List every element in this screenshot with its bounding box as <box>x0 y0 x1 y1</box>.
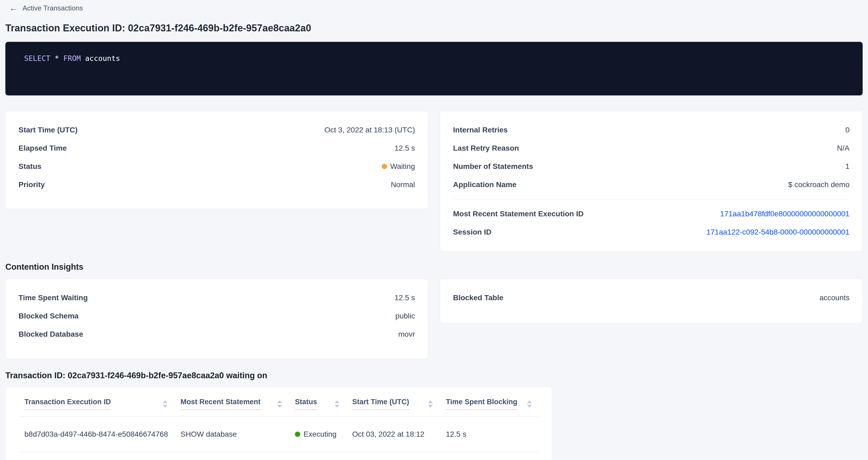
waiting-on-title: Transaction ID: 02ca7931-f246-469b-b2fe-… <box>5 371 863 380</box>
summary-row-session-id: Session ID 171aa122-c092-54b8-0000-00000… <box>453 223 849 241</box>
cell-time-spent-blocking: 12.5 s <box>440 417 539 452</box>
summary-row-last-retry-reason: Last Retry Reason N/A <box>453 139 849 157</box>
column-header-most-recent-statement[interactable]: Most Recent Statement <box>175 398 289 417</box>
overview-cards-row: Start Time (UTC) Oct 3, 2022 at 18:13 (U… <box>5 111 863 251</box>
sort-icon[interactable] <box>277 400 282 408</box>
summary-card-transaction-overview: Start Time (UTC) Oct 3, 2022 at 18:13 (U… <box>5 111 428 209</box>
row-label: Priority <box>19 180 45 189</box>
row-label: Internal Retries <box>453 126 508 134</box>
sql-keyword: SELECT <box>24 54 51 62</box>
summary-card-contention-left: Time Spent Waiting 12.5 s Blocked Schema… <box>5 279 428 359</box>
summary-row-time-spent-waiting: Time Spent Waiting 12.5 s <box>19 289 415 307</box>
column-header-time-spent-blocking[interactable]: Time Spent Blocking <box>440 398 539 417</box>
cell-status: Executing <box>289 417 346 452</box>
row-value: N/A <box>837 144 849 153</box>
column-header-label: Status <box>295 398 317 410</box>
row-label: Start Time (UTC) <box>19 126 78 134</box>
summary-row-blocked-table: Blocked Table accounts <box>453 289 849 307</box>
contention-insights-title: Contention Insights <box>5 262 863 272</box>
row-label: Blocked Schema <box>19 312 79 320</box>
column-header-start-time[interactable]: Start Time (UTC) <box>346 398 440 417</box>
cell-most-recent-statement: SHOW database <box>175 417 289 452</box>
row-value: 0 <box>845 126 849 134</box>
summary-row-number-of-statements: Number of Statements 1 <box>453 157 849 176</box>
row-label: Number of Statements <box>453 162 533 171</box>
statement-execution-id-link[interactable]: 171aa1b478fdf0e80000000000000001 <box>720 210 849 218</box>
column-header-status[interactable]: Status <box>289 398 346 417</box>
summary-row-blocked-database: Blocked Database movr <box>19 325 415 343</box>
status-badge: Waiting <box>382 162 415 171</box>
status-label: Executing <box>304 430 336 438</box>
row-value: public <box>395 312 415 320</box>
row-label: Most Recent Statement Execution ID <box>453 210 584 218</box>
summary-row-application-name: Application Name $ cockroach demo <box>453 176 849 194</box>
session-id-link[interactable]: 171aa122-c092-54b8-0000-000000000001 <box>706 228 849 237</box>
contention-cards-row: Time Spent Waiting 12.5 s Blocked Schema… <box>5 279 863 359</box>
cell-transaction-execution-id: b8d7d03a-d497-446b-8474-e50846674768 <box>19 417 175 452</box>
summary-row-blocked-schema: Blocked Schema public <box>19 307 415 325</box>
row-value: movr <box>398 330 415 339</box>
row-value: 1 <box>845 162 849 171</box>
row-label: Blocked Table <box>453 294 503 302</box>
sort-icon[interactable] <box>335 400 339 408</box>
card-divider <box>453 199 849 200</box>
row-label: Last Retry Reason <box>453 144 519 153</box>
sort-icon[interactable] <box>527 400 532 408</box>
table-header-row: Transaction Execution ID Most Recent Sta… <box>19 398 539 417</box>
status-executing-dot-icon <box>295 432 300 437</box>
row-label: Session ID <box>453 228 491 237</box>
row-label: Elapsed Time <box>19 144 67 153</box>
arrow-left-icon: ← <box>9 4 18 12</box>
summary-row-statement-execution-id: Most Recent Statement Execution ID 171aa… <box>453 205 849 223</box>
column-header-label: Transaction Execution ID <box>24 398 111 410</box>
row-value: 12.5 s <box>395 294 415 302</box>
back-link-label: Active Transactions <box>23 4 83 12</box>
cell-start-time: Oct 03, 2022 at 18:12 <box>346 417 440 452</box>
summary-row-status: Status Waiting <box>19 157 415 176</box>
summary-row-priority: Priority Normal <box>19 176 415 194</box>
row-label: Status <box>19 162 41 171</box>
column-header-label: Most Recent Statement <box>180 398 260 410</box>
sort-icon[interactable] <box>163 400 167 408</box>
sort-icon[interactable] <box>428 400 433 408</box>
sql-text: * <box>51 54 64 62</box>
sql-keyword: FROM <box>63 54 81 62</box>
row-value: Oct 3, 2022 at 18:13 (UTC) <box>324 126 415 134</box>
back-to-active-transactions-link[interactable]: ← Active Transactions <box>9 4 83 12</box>
status-waiting-dot-icon <box>382 164 387 169</box>
summary-card-contention-right: Blocked Table accounts <box>440 279 863 323</box>
summary-row-start-time: Start Time (UTC) Oct 3, 2022 at 18:13 (U… <box>19 121 415 139</box>
row-value: $ cockroach demo <box>788 180 849 189</box>
summary-card-statement-details: Internal Retries 0 Last Retry Reason N/A… <box>440 111 863 251</box>
active-transaction-details-page: ← Active Transactions Transaction Execut… <box>0 0 868 460</box>
summary-row-elapsed-time: Elapsed Time 12.5 s <box>19 139 415 157</box>
row-label: Blocked Database <box>19 330 83 339</box>
column-header-transaction-execution-id[interactable]: Transaction Execution ID <box>19 398 175 417</box>
table-row: b8d7d03a-d497-446b-8474-e50846674768 SHO… <box>19 417 539 452</box>
summary-row-internal-retries: Internal Retries 0 <box>453 121 849 139</box>
waiting-on-table-card: Transaction Execution ID Most Recent Sta… <box>5 387 552 460</box>
sql-statement-box: SELECT * FROM accounts <box>5 42 863 95</box>
row-value: Normal <box>391 180 415 189</box>
row-label: Application Name <box>453 180 516 189</box>
row-label: Time Spent Waiting <box>19 294 88 302</box>
status-label: Waiting <box>390 162 415 171</box>
column-header-label: Start Time (UTC) <box>352 398 409 410</box>
row-value: 12.5 s <box>395 144 415 153</box>
page-title: Transaction Execution ID: 02ca7931-f246-… <box>5 23 863 34</box>
row-value: accounts <box>819 294 849 302</box>
column-header-label: Time Spent Blocking <box>446 398 517 410</box>
sql-text: accounts <box>81 54 120 62</box>
waiting-on-table: Transaction Execution ID Most Recent Sta… <box>19 398 539 452</box>
